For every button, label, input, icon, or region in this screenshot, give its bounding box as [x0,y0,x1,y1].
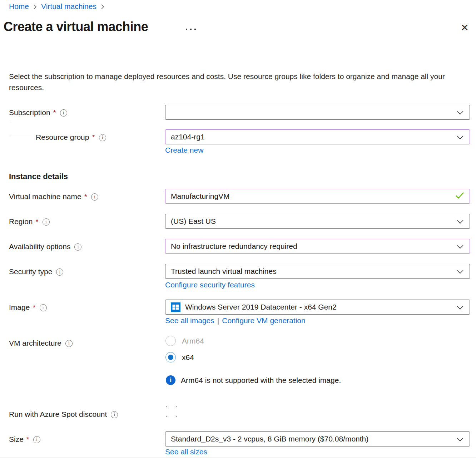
more-options-icon[interactable] [184,27,197,31]
page-title: Create a virtual machine [4,19,148,34]
info-icon[interactable]: i [40,304,47,311]
radio-x64[interactable]: x64 [165,352,194,362]
radio-arm64[interactable]: Arm64 [165,336,204,346]
breadcrumb-virtual-machines[interactable]: Virtual machines [41,2,96,11]
chevron-right-icon [33,4,37,10]
info-icon[interactable]: i [111,411,118,418]
radio-circle-icon [165,336,176,346]
region-label: Region * i [9,217,50,226]
radio-arm64-label[interactable]: Arm64 [182,337,204,345]
info-icon[interactable]: i [74,243,81,251]
hierarchy-connector-line [11,122,31,135]
region-value: (US) East US [171,217,216,226]
security-type-label: Security type i [9,267,63,276]
breadcrumb: Home Virtual machines [9,2,104,11]
image-value: Windows Server 2019 Datacenter - x64 Gen… [185,303,337,311]
info-icon[interactable]: i [99,134,106,141]
image-dropdown[interactable]: Windows Server 2019 Datacenter - x64 Gen… [165,300,470,315]
see-all-sizes-link[interactable]: See all sizes [165,448,207,456]
windows-logo-icon [171,302,180,312]
close-icon[interactable]: ✕ [459,21,470,34]
required-marker: * [36,217,39,226]
vm-name-value: ManufacturingVM [171,192,230,201]
create-new-link[interactable]: Create new [165,146,203,154]
info-icon[interactable]: i [91,193,98,201]
chevron-down-icon [457,133,463,141]
chevron-down-icon [457,242,463,251]
instance-details-heading: Instance details [9,172,68,181]
create-vm-page: Home Virtual machines Create a virtual m… [0,0,476,459]
arm64-info-text: Arm64 is not supported with the selected… [181,376,341,385]
info-filled-icon: i [166,375,175,385]
info-icon[interactable]: i [56,268,63,276]
chevron-down-icon [457,267,463,276]
breadcrumb-home[interactable]: Home [9,2,29,11]
azure-spot-label: Run with Azure Spot discount i [9,410,118,419]
required-marker: * [84,192,87,201]
size-value: Standard_D2s_v3 - 2 vcpus, 8 GiB memory … [171,435,368,443]
info-icon[interactable]: i [33,436,40,443]
chevron-down-icon [457,435,463,443]
availability-options-label: Availability options i [9,242,81,251]
resource-group-label: Resource group * i [36,133,106,142]
azure-spot-checkbox[interactable] [166,406,177,417]
availability-options-dropdown[interactable]: No infrastructure redundancy required [165,239,470,254]
chevron-down-icon [457,108,463,117]
configure-vm-generation-link[interactable]: Configure VM generation [222,316,305,325]
required-marker: * [53,108,56,117]
resource-group-dropdown[interactable]: az104-rg1 [165,129,470,144]
resource-group-value: az104-rg1 [171,133,205,141]
subscription-intro-text: Select the subscription to manage deploy… [9,71,462,93]
valid-check-icon [455,192,464,201]
info-icon[interactable]: i [65,340,73,347]
chevron-down-icon [457,303,463,311]
image-label: Image * i [9,303,47,312]
region-dropdown[interactable]: (US) East US [165,214,470,229]
vm-name-input[interactable]: ManufacturingVM [165,189,470,204]
security-type-dropdown[interactable]: Trusted launch virtual machines [165,264,470,279]
required-marker: * [33,303,35,312]
radio-x64-label[interactable]: x64 [182,353,194,362]
section-divider [0,458,476,458]
availability-options-value: No infrastructure redundancy required [171,242,297,251]
security-type-value: Trusted launch virtual machines [171,267,277,276]
see-all-images-link[interactable]: See all images [165,316,214,325]
size-label: Size * i [9,435,40,444]
chevron-right-icon [101,4,104,10]
link-separator: | [217,316,219,325]
required-marker: * [26,435,29,444]
required-marker: * [92,133,95,142]
info-icon[interactable]: i [60,109,67,117]
vm-name-label: Virtual machine name * i [9,192,98,201]
arm64-info-note: i Arm64 is not supported with the select… [166,375,341,385]
configure-security-features-link[interactable]: Configure security features [165,281,255,289]
radio-circle-icon [165,352,176,362]
info-icon[interactable]: i [43,218,50,226]
vm-architecture-label: VM architecture i [9,339,73,347]
chevron-down-icon [457,217,463,226]
subscription-dropdown[interactable] [165,105,470,120]
subscription-label: Subscription * i [9,108,67,117]
size-dropdown[interactable]: Standard_D2s_v3 - 2 vcpus, 8 GiB memory … [165,431,470,446]
